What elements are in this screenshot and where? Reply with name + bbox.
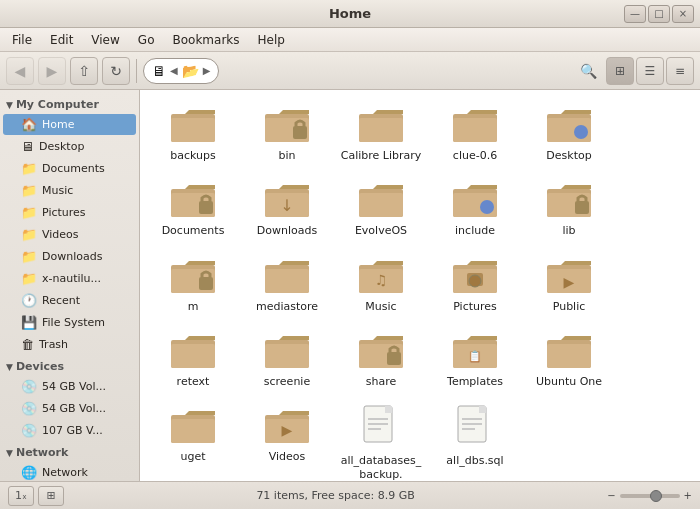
svg-rect-1 [171, 118, 215, 142]
sidebar-desktop-label: Desktop [39, 140, 84, 153]
search-button[interactable]: 🔍 [574, 57, 602, 85]
sidebar-item-filesystem[interactable]: 💾 File System [3, 312, 136, 333]
menu-item-edit[interactable]: Edit [42, 31, 81, 49]
file-name: mediastore [256, 300, 318, 314]
reload-button[interactable]: ↻ [102, 57, 130, 85]
file-item[interactable]: Documents [148, 173, 238, 244]
slider-thumb[interactable] [650, 490, 662, 502]
file-item[interactable]: m [148, 249, 238, 320]
file-item[interactable]: all_dbs.sql [430, 399, 520, 481]
menubar: FileEditViewGoBookmarksHelp [0, 28, 700, 52]
sidebar-item-pictures[interactable]: 📁 Pictures [3, 202, 136, 223]
sidebar-item-desktop[interactable]: 🖥 Desktop [3, 136, 136, 157]
svg-rect-6 [359, 118, 403, 142]
svg-rect-54 [171, 419, 215, 443]
my-computer-section[interactable]: ▼ My Computer [0, 94, 139, 113]
file-doc-icon [361, 405, 401, 451]
file-item[interactable]: retext [148, 324, 238, 395]
grid-view-button[interactable]: ⊞ [606, 57, 634, 85]
zoom-slider[interactable]: − + [607, 490, 692, 501]
file-item[interactable]: uget [148, 399, 238, 481]
file-item[interactable]: ▶Videos [242, 399, 332, 481]
titlebar: Home — □ × [0, 0, 700, 28]
nav-left-arrow: ◀ [170, 65, 178, 76]
file-item[interactable]: ▶Public [524, 249, 614, 320]
file-item[interactable]: Calibre Library [336, 98, 426, 169]
file-name: uget [180, 450, 205, 464]
svg-rect-8 [453, 118, 497, 142]
file-item[interactable]: backups [148, 98, 238, 169]
svg-rect-30 [265, 269, 309, 293]
file-item[interactable]: screenie [242, 324, 332, 395]
sidebar-item-vol1[interactable]: 💿 54 GB Vol... [3, 376, 136, 397]
folder-icon [545, 330, 593, 372]
file-item[interactable]: all_databases_backup. [336, 399, 426, 481]
folder-lock-icon [357, 330, 405, 372]
file-name: Music [365, 300, 396, 314]
sidebar-item-downloads[interactable]: 📁 Downloads [3, 246, 136, 267]
folder-lock-icon [169, 255, 217, 297]
sidebar-item-music[interactable]: 📁 Music [3, 180, 136, 201]
folder-icon [169, 405, 217, 447]
sidebar-network-label: Network [42, 466, 88, 479]
file-item[interactable]: bin [242, 98, 332, 169]
zoom-plus-icon[interactable]: + [684, 490, 692, 501]
menu-item-file[interactable]: File [4, 31, 40, 49]
sidebar-item-home[interactable]: 🏠 Home [3, 114, 136, 135]
folder-icon [357, 104, 405, 146]
sidebar-item-documents[interactable]: 📁 Documents [3, 158, 136, 179]
network-section[interactable]: ▼ Network [0, 442, 139, 461]
devices-section[interactable]: ▼ Devices [0, 356, 139, 375]
menu-item-view[interactable]: View [83, 31, 127, 49]
file-item[interactable]: Pictures [430, 249, 520, 320]
sidebar-item-recent[interactable]: 🕐 Recent [3, 290, 136, 311]
statusbar-extra-button[interactable]: ⊞ [38, 486, 64, 506]
downloads-sidebar-icon: 📁 [21, 249, 37, 264]
sidebar-music-label: Music [42, 184, 73, 197]
sidebar-item-videos[interactable]: 📁 Videos [3, 224, 136, 245]
network-arrow: ▼ [6, 448, 13, 458]
sidebar-item-xnautilus[interactable]: 📁 x-nautilu... [3, 268, 136, 289]
file-item[interactable]: 📋Templates [430, 324, 520, 395]
file-item[interactable]: ↓Downloads [242, 173, 332, 244]
sidebar-item-vol3[interactable]: 💿 107 GB V... [3, 420, 136, 441]
minimize-button[interactable]: — [624, 5, 646, 23]
file-item[interactable]: Desktop [524, 98, 614, 169]
svg-text:♫: ♫ [375, 272, 388, 288]
up-button[interactable]: ⇧ [70, 57, 98, 85]
file-name: retext [177, 375, 210, 389]
sidebar-item-vol2[interactable]: 💿 54 GB Vol... [3, 398, 136, 419]
folder-badge-icon [451, 179, 499, 221]
sidebar-item-network[interactable]: 🌐 Network [3, 462, 136, 481]
home-icon[interactable]: 🖥 [152, 63, 166, 79]
zoom-minus-icon[interactable]: − [607, 490, 615, 501]
svg-text:↓: ↓ [280, 196, 293, 215]
back-button[interactable]: ◀ [6, 57, 34, 85]
svg-text:▶: ▶ [282, 422, 293, 438]
file-item[interactable]: lib [524, 173, 614, 244]
toggle-sidebar-button[interactable]: 1ₓ [8, 486, 34, 506]
list-view-button[interactable]: ☰ [636, 57, 664, 85]
folder-templates-icon: 📋 [451, 330, 499, 372]
file-item[interactable]: EvolveOS [336, 173, 426, 244]
file-item[interactable]: ♫Music [336, 249, 426, 320]
statusbar: 1ₓ ⊞ 71 items, Free space: 8.9 GB − + [0, 481, 700, 509]
file-item[interactable]: include [430, 173, 520, 244]
file-name: include [455, 224, 495, 238]
compact-view-button[interactable]: ≡ [666, 57, 694, 85]
menu-item-bookmarks[interactable]: Bookmarks [164, 31, 247, 49]
xnautilus-sidebar-icon: 📁 [21, 271, 37, 286]
sidebar-item-trash[interactable]: 🗑 Trash [3, 334, 136, 355]
menu-item-go[interactable]: Go [130, 31, 163, 49]
file-item[interactable]: mediastore [242, 249, 332, 320]
file-item[interactable]: clue-0.6 [430, 98, 520, 169]
slider-track[interactable] [620, 494, 680, 498]
menu-item-help[interactable]: Help [250, 31, 293, 49]
forward-button[interactable]: ▶ [38, 57, 66, 85]
file-item[interactable]: share [336, 324, 426, 395]
folder-badge-icon [545, 104, 593, 146]
close-button[interactable]: × [672, 5, 694, 23]
file-item[interactable]: Ubuntu One [524, 324, 614, 395]
network-sidebar-icon: 🌐 [21, 465, 37, 480]
maximize-button[interactable]: □ [648, 5, 670, 23]
